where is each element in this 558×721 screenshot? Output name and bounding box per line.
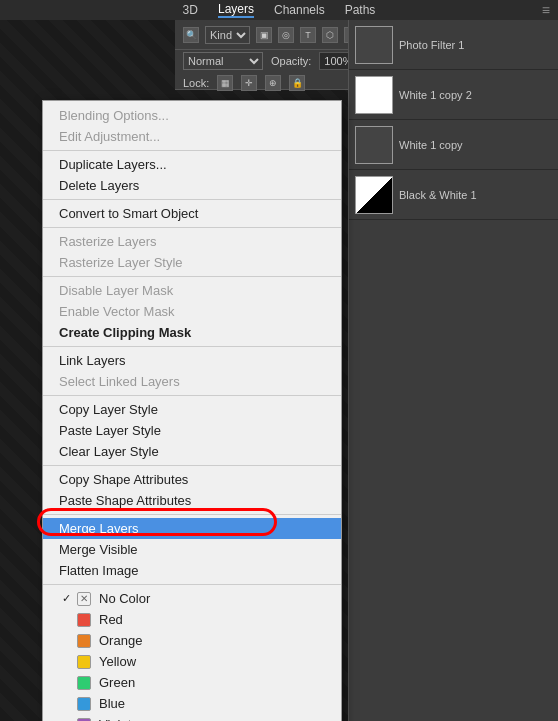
menu-item-label: Green: [99, 675, 135, 690]
lock-move-icon[interactable]: ✛: [241, 75, 257, 91]
menu-divider: [43, 150, 341, 151]
menu-item-merge-layers[interactable]: Merge Layers: [43, 518, 341, 539]
layer-item-photo-filter[interactable]: Photo Filter 1: [349, 20, 558, 70]
layer-name: Black & White 1: [399, 189, 552, 201]
menu-item-label: Copy Layer Style: [59, 402, 158, 417]
lock-label: Lock:: [183, 77, 209, 89]
menu-item-paste-shape-attributes[interactable]: Paste Shape Attributes: [43, 490, 341, 511]
menu-item-delete-layers[interactable]: Delete Layers: [43, 175, 341, 196]
lock-artboard-icon[interactable]: ⊕: [265, 75, 281, 91]
menu-item-enable-vector-mask[interactable]: Enable Vector Mask: [43, 301, 341, 322]
menu-item-flatten-image[interactable]: Flatten Image: [43, 560, 341, 581]
tab-layers[interactable]: Layers: [218, 2, 254, 18]
panel-menu-icon[interactable]: ≡: [542, 2, 550, 18]
menu-item-label: Paste Shape Attributes: [59, 493, 191, 508]
menu-item-label: Rasterize Layers: [59, 234, 157, 249]
adjustment-icon[interactable]: ◎: [278, 27, 294, 43]
menu-item-label: Clear Layer Style: [59, 444, 159, 459]
tab-channels[interactable]: Channels: [274, 3, 325, 17]
layer-name: White 1 copy 2: [399, 89, 552, 101]
tab-3d[interactable]: 3D: [183, 3, 198, 17]
menu-item-color-green[interactable]: Green: [43, 672, 341, 693]
lock-pixels-icon[interactable]: ▦: [217, 75, 233, 91]
layer-item-white-copy[interactable]: White 1 copy: [349, 120, 558, 170]
menu-item-label: Blue: [99, 696, 125, 711]
menu-item-duplicate-layers[interactable]: Duplicate Layers...: [43, 154, 341, 175]
menu-item-color-red[interactable]: Red: [43, 609, 341, 630]
layer-thumbnail: [355, 176, 393, 214]
menu-item-label: No Color: [99, 591, 150, 606]
menu-divider: [43, 514, 341, 515]
color-swatch-color-violet: [77, 718, 91, 722]
menu-item-color-violet[interactable]: Violet: [43, 714, 341, 721]
lock-all-icon[interactable]: 🔒: [289, 75, 305, 91]
menu-item-rasterize-layers[interactable]: Rasterize Layers: [43, 231, 341, 252]
top-tab-bar: 3D Layers Channels Paths ≡: [0, 0, 558, 20]
shape-icon[interactable]: ⬡: [322, 27, 338, 43]
menu-item-label: Merge Layers: [59, 521, 138, 536]
menu-item-disable-layer-mask[interactable]: Disable Layer Mask: [43, 280, 341, 301]
menu-divider: [43, 395, 341, 396]
menu-item-label: Paste Layer Style: [59, 423, 161, 438]
menu-item-label: Link Layers: [59, 353, 125, 368]
opacity-label: Opacity:: [271, 55, 311, 67]
menu-item-merge-visible[interactable]: Merge Visible: [43, 539, 341, 560]
menu-item-rasterize-layer-style[interactable]: Rasterize Layer Style: [43, 252, 341, 273]
menu-item-clear-layer-style[interactable]: Clear Layer Style: [43, 441, 341, 462]
menu-item-label: Red: [99, 612, 123, 627]
menu-divider: [43, 584, 341, 585]
check-icon: ✓: [59, 592, 73, 605]
tab-paths[interactable]: Paths: [345, 3, 376, 17]
menu-item-label: Enable Vector Mask: [59, 304, 175, 319]
layer-item-bw[interactable]: Black & White 1: [349, 170, 558, 220]
menu-item-color-orange[interactable]: Orange: [43, 630, 341, 651]
menu-divider: [43, 276, 341, 277]
menu-item-label: Violet: [99, 717, 131, 721]
menu-item-label: Copy Shape Attributes: [59, 472, 188, 487]
menu-item-label: Rasterize Layer Style: [59, 255, 183, 270]
menu-item-blending-options[interactable]: Blending Options...: [43, 105, 341, 126]
menu-item-label: Blending Options...: [59, 108, 169, 123]
color-swatch-color-none: ✕: [77, 592, 91, 606]
color-swatch-color-orange: [77, 634, 91, 648]
menu-item-label: Disable Layer Mask: [59, 283, 173, 298]
menu-item-select-linked-layers[interactable]: Select Linked Layers: [43, 371, 341, 392]
menu-item-label: Merge Visible: [59, 542, 138, 557]
menu-item-label: Duplicate Layers...: [59, 157, 167, 172]
menu-item-create-clipping-mask[interactable]: Create Clipping Mask: [43, 322, 341, 343]
menu-item-label: Select Linked Layers: [59, 374, 180, 389]
menu-item-copy-shape-attributes[interactable]: Copy Shape Attributes: [43, 469, 341, 490]
menu-item-label: Create Clipping Mask: [59, 325, 191, 340]
layers-panel: Photo Filter 1 White 1 copy 2 White 1 co…: [348, 20, 558, 721]
color-swatch-color-green: [77, 676, 91, 690]
menu-item-label: Flatten Image: [59, 563, 139, 578]
layer-name: White 1 copy: [399, 139, 552, 151]
menu-item-color-none[interactable]: ✓✕No Color: [43, 588, 341, 609]
layer-thumbnail: [355, 126, 393, 164]
menu-item-link-layers[interactable]: Link Layers: [43, 350, 341, 371]
color-swatch-color-blue: [77, 697, 91, 711]
menu-item-label: Convert to Smart Object: [59, 206, 198, 221]
menu-item-color-blue[interactable]: Blue: [43, 693, 341, 714]
layer-item-white-copy2[interactable]: White 1 copy 2: [349, 70, 558, 120]
kind-dropdown[interactable]: Kind: [205, 26, 250, 44]
menu-divider: [43, 199, 341, 200]
layer-thumbnail: [355, 76, 393, 114]
menu-item-convert-smart-object[interactable]: Convert to Smart Object: [43, 203, 341, 224]
menu-item-label: Edit Adjustment...: [59, 129, 160, 144]
menu-divider: [43, 227, 341, 228]
layer-name: Photo Filter 1: [399, 39, 552, 51]
menu-item-copy-layer-style[interactable]: Copy Layer Style: [43, 399, 341, 420]
context-menu: Blending Options...Edit Adjustment...Dup…: [42, 100, 342, 721]
menu-item-label: Delete Layers: [59, 178, 139, 193]
menu-item-label: Orange: [99, 633, 142, 648]
menu-item-label: Yellow: [99, 654, 136, 669]
blend-mode-dropdown[interactable]: Normal: [183, 52, 263, 70]
menu-item-edit-adjustment[interactable]: Edit Adjustment...: [43, 126, 341, 147]
search-icon: 🔍: [183, 27, 199, 43]
pixel-icon[interactable]: ▣: [256, 27, 272, 43]
type-icon[interactable]: T: [300, 27, 316, 43]
menu-item-color-yellow[interactable]: Yellow: [43, 651, 341, 672]
color-swatch-color-red: [77, 613, 91, 627]
menu-item-paste-layer-style[interactable]: Paste Layer Style: [43, 420, 341, 441]
